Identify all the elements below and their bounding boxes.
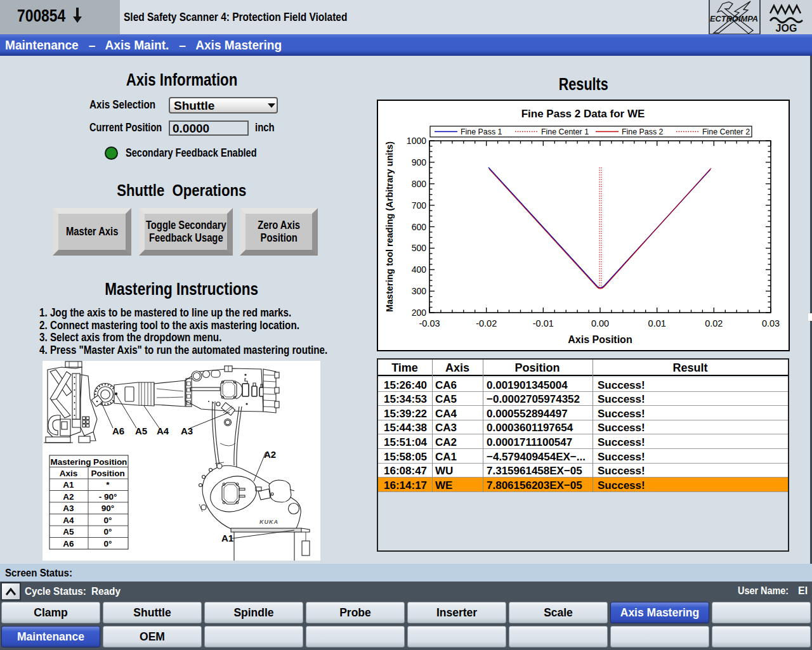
- svg-text:300: 300: [412, 286, 427, 296]
- svg-text:Mastering Position: Mastering Position: [51, 457, 128, 467]
- svg-text:KUKA: KUKA: [259, 519, 278, 525]
- svg-text:A5: A5: [135, 426, 147, 436]
- svg-text:0.03: 0.03: [762, 318, 780, 328]
- svg-text:Fine Center 2: Fine Center 2: [702, 127, 750, 136]
- svg-text:0°: 0°: [104, 516, 112, 525]
- svg-text:90°: 90°: [102, 504, 114, 513]
- svg-text:A5: A5: [63, 527, 74, 536]
- svg-text:A2: A2: [63, 492, 74, 502]
- svg-text:A1: A1: [221, 533, 233, 543]
- svg-text:- 90°: - 90°: [99, 492, 117, 502]
- svg-text:Fine Pass 2 Data for WE: Fine Pass 2 Data for WE: [521, 108, 645, 120]
- svg-text:-0.03: -0.03: [419, 318, 440, 328]
- svg-text:A6: A6: [63, 539, 74, 549]
- svg-text:Fine Pass 1: Fine Pass 1: [461, 127, 502, 136]
- svg-text:800: 800: [412, 179, 427, 189]
- svg-text:200: 200: [412, 308, 427, 318]
- svg-text:A3: A3: [63, 504, 74, 513]
- svg-text:Axis: Axis: [60, 469, 78, 478]
- svg-text:A3: A3: [181, 426, 193, 436]
- svg-text:A1: A1: [63, 480, 74, 490]
- svg-text:0°: 0°: [104, 527, 112, 536]
- svg-text:A4: A4: [63, 516, 74, 525]
- svg-text:Mastering tool reading (Arbitr: Mastering tool reading (Arbitrary units): [384, 141, 395, 312]
- svg-text:A6: A6: [112, 426, 124, 436]
- svg-text:1000: 1000: [407, 136, 426, 146]
- svg-text:Axis Position: Axis Position: [568, 334, 632, 345]
- svg-text:0.02: 0.02: [705, 318, 723, 328]
- svg-text:ECTROIMPA: ECTROIMPA: [710, 15, 758, 23]
- svg-text:Fine Pass 2: Fine Pass 2: [622, 127, 664, 136]
- svg-text:600: 600: [412, 222, 427, 232]
- svg-text:0.00: 0.00: [591, 318, 609, 328]
- svg-text:Position: Position: [91, 469, 124, 478]
- svg-text:*: *: [106, 480, 110, 490]
- svg-text:700: 700: [412, 200, 427, 211]
- svg-text:-0.02: -0.02: [476, 318, 497, 328]
- svg-text:900: 900: [412, 157, 427, 167]
- svg-text:400: 400: [412, 264, 427, 275]
- svg-text:A2: A2: [264, 449, 276, 460]
- svg-text:-0.01: -0.01: [533, 318, 554, 328]
- svg-text:Fine Center 1: Fine Center 1: [541, 127, 589, 136]
- svg-text:0.01: 0.01: [648, 318, 666, 328]
- svg-text:500: 500: [412, 243, 427, 253]
- svg-text:0°: 0°: [104, 539, 112, 549]
- svg-text:A4: A4: [157, 426, 169, 436]
